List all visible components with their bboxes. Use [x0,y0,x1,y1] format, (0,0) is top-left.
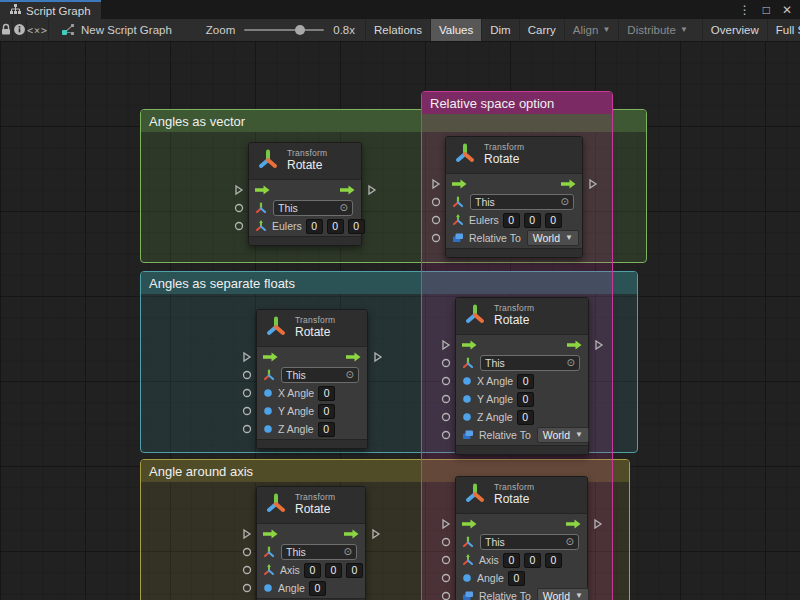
value-input[interactable]: 0 [545,553,562,568]
new-script-graph-button[interactable]: New Script Graph [61,19,172,41]
flow-input-port[interactable] [242,528,252,540]
object-picker-icon[interactable]: ⊙ [344,547,352,557]
value-input[interactable]: 0 [517,392,534,407]
zoom-slider-knob[interactable] [295,25,305,35]
value-input[interactable]: 0 [346,563,363,578]
value-input[interactable]: 0 [545,213,562,228]
group-header[interactable]: Relative space option [422,92,612,114]
value-input[interactable]: 0 [304,563,321,578]
value-input-port[interactable] [441,412,451,422]
code-view-button[interactable]: <×> [27,19,49,41]
flow-output-port[interactable] [371,528,381,540]
window-maximize-icon[interactable]: □ [763,4,770,16]
value-input[interactable]: 0 [318,422,335,437]
value-input[interactable]: 0 [325,563,342,578]
value-input-port[interactable] [431,233,441,243]
flow-input-port[interactable] [431,178,441,190]
value-input[interactable]: 0 [318,404,335,419]
object-picker-icon[interactable]: ⊙ [561,197,569,207]
target-field[interactable]: This⊙ [281,544,357,560]
value-input[interactable]: 0 [524,213,541,228]
value-input-port[interactable] [441,555,451,565]
value-input-port[interactable] [242,406,252,416]
toolbar-button-full-screen[interactable]: Full Screen [767,19,800,41]
target-field[interactable]: This⊙ [480,534,579,550]
value-input[interactable]: 0 [508,571,525,586]
node-header[interactable]: TransformRotate [456,477,587,514]
value-input[interactable]: 0 [517,410,534,425]
target-input-port[interactable] [441,358,451,368]
zoom-slider[interactable] [244,29,324,31]
flow-output-port[interactable] [593,518,603,530]
inspect-button[interactable] [13,19,27,41]
value-input-port[interactable] [234,221,244,231]
object-picker-icon[interactable]: ⊙ [567,358,575,368]
flow-output-port[interactable] [588,178,598,190]
flow-input-port[interactable] [441,339,451,351]
toolbar-button-distribute[interactable]: Distribute▼ [618,19,696,41]
tab-script-graph[interactable]: Script Graph [0,0,101,19]
target-field[interactable]: This⊙ [281,367,359,383]
flow-input-port[interactable] [242,351,252,363]
value-input-port[interactable] [441,376,451,386]
relative-space-dropdown[interactable]: World▼ [537,427,589,443]
target-input-port[interactable] [242,547,252,557]
flow-input-port[interactable] [234,184,244,196]
value-input-port[interactable] [441,430,451,440]
flow-output-port[interactable] [373,351,383,363]
relative-space-dropdown[interactable]: World▼ [537,588,589,600]
value-input-port[interactable] [242,583,252,593]
value-input-port[interactable] [441,591,451,600]
node-header[interactable]: TransformRotate [257,310,367,347]
value-input[interactable]: 0 [503,553,520,568]
toolbar-button-overview[interactable]: Overview [702,19,767,41]
value-input-port[interactable] [242,424,252,434]
toolbar-button-align[interactable]: Align▼ [564,19,619,41]
toolbar-button-carry[interactable]: Carry [519,19,564,41]
flow-output-port[interactable] [367,184,377,196]
node-rotate-xyz[interactable]: TransformRotateThis⊙X Angle0Y Angle0Z An… [256,309,368,449]
value-input[interactable]: 0 [517,374,534,389]
node-header[interactable]: TransformRotate [257,487,365,524]
value-input-port[interactable] [242,388,252,398]
node-rotate-xyz-relative[interactable]: TransformRotateThis⊙X Angle0Y Angle0Z An… [455,297,589,455]
object-picker-icon[interactable]: ⊙ [346,370,354,380]
node-rotate-eulers[interactable]: TransformRotateThis⊙Eulers000 [248,142,362,246]
window-close-icon[interactable]: ✕ [782,4,792,16]
target-input-port[interactable] [234,203,244,213]
window-menu-icon[interactable]: ⋮ [739,4,751,16]
value-input[interactable]: 0 [306,219,323,234]
value-input[interactable]: 0 [524,553,541,568]
value-input[interactable]: 0 [503,213,520,228]
value-input[interactable]: 0 [327,219,344,234]
target-field[interactable]: This⊙ [273,200,353,216]
flow-output-port[interactable] [594,339,604,351]
node-rotate-eulers-relative[interactable]: TransformRotateThis⊙Eulers000Relative To… [445,136,583,258]
target-input-port[interactable] [441,537,451,547]
flow-input-port[interactable] [441,518,451,530]
target-input-port[interactable] [242,370,252,380]
node-header[interactable]: TransformRotate [446,137,582,174]
node-rotate-axis-angle-relative[interactable]: TransformRotateThis⊙Axis000Angle0Relativ… [455,476,588,600]
value-input[interactable]: 0 [318,386,335,401]
target-field[interactable]: This⊙ [480,355,580,371]
target-field[interactable]: This⊙ [470,194,574,210]
toolbar-button-dim[interactable]: Dim [481,19,518,41]
value-input[interactable]: 0 [348,219,365,234]
value-input[interactable]: 0 [309,581,326,596]
value-input-port[interactable] [441,394,451,404]
lock-button[interactable] [0,19,13,41]
graph-canvas[interactable]: Angles as vectorAngles as separate float… [0,41,800,600]
target-input-port[interactable] [431,197,441,207]
node-rotate-axis-angle[interactable]: TransformRotateThis⊙Axis000Angle0 [256,486,366,600]
toolbar-button-relations[interactable]: Relations [365,19,430,41]
object-picker-icon[interactable]: ⊙ [340,203,348,213]
toolbar-button-values[interactable]: Values [430,19,481,41]
value-input-port[interactable] [431,215,441,225]
node-header[interactable]: TransformRotate [456,298,588,335]
value-input-port[interactable] [441,573,451,583]
value-input-port[interactable] [242,565,252,575]
node-header[interactable]: TransformRotate [249,143,361,180]
relative-space-dropdown[interactable]: World▼ [527,230,579,246]
object-picker-icon[interactable]: ⊙ [566,537,574,547]
